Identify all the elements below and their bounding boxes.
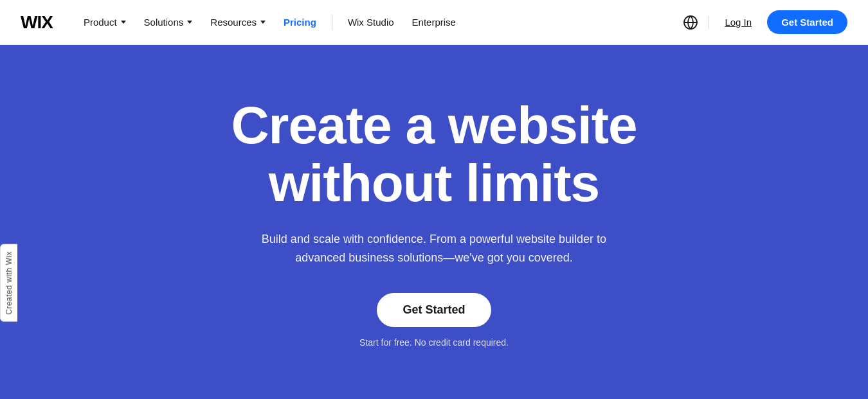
nav-item-enterprise[interactable]: Enterprise: [404, 12, 464, 33]
chevron-down-icon: [121, 21, 126, 24]
globe-icon[interactable]: [683, 15, 698, 30]
nav-label-enterprise: Enterprise: [412, 17, 456, 28]
nav-label-product: Product: [84, 17, 117, 28]
get-started-nav-button[interactable]: Get Started: [767, 10, 847, 34]
nav-divider: [332, 15, 332, 30]
nav-right-divider: [709, 16, 709, 29]
hero-cta-button[interactable]: Get Started: [377, 293, 491, 327]
logo[interactable]: WIX: [21, 12, 53, 33]
hero-title-line1: Create a website: [231, 96, 637, 154]
login-button[interactable]: Log In: [719, 13, 757, 31]
nav-label-solutions: Solutions: [144, 17, 184, 28]
nav-label-resources: Resources: [210, 17, 257, 28]
navbar-right: Log In Get Started: [683, 10, 847, 34]
hero-title-line2: without limits: [269, 154, 599, 212]
nav-label-pricing: Pricing: [284, 17, 316, 28]
side-badge: Created with Wix: [0, 244, 17, 322]
logo-text: WIX: [21, 12, 53, 33]
nav-item-resources[interactable]: Resources: [203, 12, 273, 33]
navbar: WIX Product Solutions Resources Pricing …: [0, 0, 868, 45]
nav-item-solutions[interactable]: Solutions: [136, 12, 201, 33]
nav-item-pricing[interactable]: Pricing: [276, 12, 324, 33]
hero-free-text: Start for free. No credit card required.: [359, 337, 509, 348]
nav-item-wix-studio[interactable]: Wix Studio: [340, 12, 402, 33]
nav-links: Product Solutions Resources Pricing Wix …: [76, 12, 683, 33]
chevron-down-icon: [187, 21, 192, 24]
hero-subtitle: Build and scale with confidence. From a …: [241, 230, 627, 267]
hero-title: Create a website without limits: [231, 96, 637, 212]
nav-label-wix-studio: Wix Studio: [348, 17, 394, 28]
nav-item-product[interactable]: Product: [76, 12, 134, 33]
hero-section: Create a website without limits Build an…: [0, 45, 868, 399]
chevron-down-icon: [260, 21, 266, 24]
side-badge-text: Created with Wix: [5, 251, 14, 315]
